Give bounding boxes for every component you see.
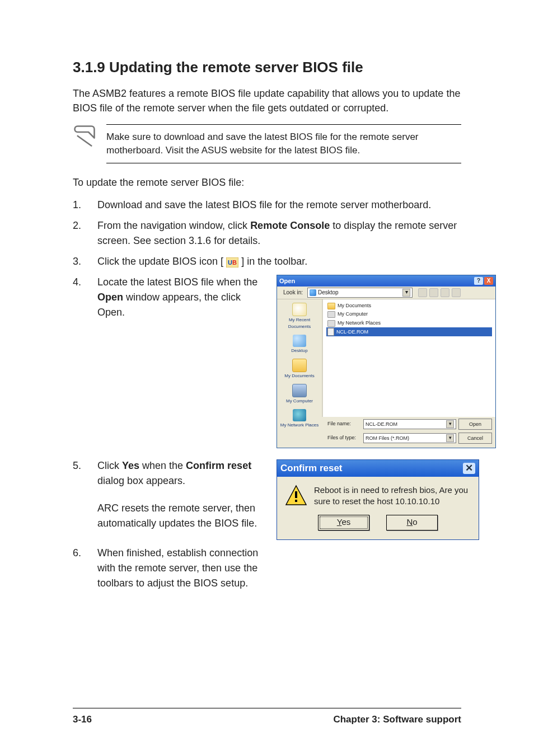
warning-icon: [285, 485, 307, 507]
file-name-label: File name:: [327, 420, 361, 428]
desktop-icon: [310, 289, 316, 296]
page-number: 3-16: [73, 714, 92, 725]
places-network[interactable]: My Network Places: [279, 408, 320, 431]
new-folder-icon[interactable]: [441, 288, 449, 297]
open-dialog-title: Open: [279, 276, 473, 286]
places-documents[interactable]: My Documents: [283, 358, 315, 382]
confirm-dialog-titlebar[interactable]: Confirm reset ✕: [277, 460, 479, 477]
no-button[interactable]: No: [386, 515, 438, 530]
open-dialog: Open ? X Look in: Desktop ▾: [277, 275, 496, 448]
file-name-input[interactable]: NCL-DE.ROM ▾: [363, 419, 456, 429]
note-text: Make sure to download and save the lates…: [106, 124, 461, 163]
lead-in: To update the remote server BIOS file:: [73, 177, 461, 189]
places-computer[interactable]: My Computer: [285, 383, 314, 407]
page-footer: 3-16 Chapter 3: Software support: [73, 708, 461, 725]
open-dialog-toolbar: Look in: Desktop ▾: [277, 287, 495, 299]
step-6: 6. When finished, establish connection w…: [73, 546, 461, 591]
network-small-icon: [327, 320, 335, 327]
file-list[interactable]: My Documents My Computer My Network Plac…: [322, 299, 495, 417]
cancel-button[interactable]: Cancel: [458, 433, 492, 444]
open-button[interactable]: Open: [458, 419, 492, 430]
views-icon[interactable]: [452, 288, 461, 297]
svg-text:U: U: [228, 259, 232, 266]
computer-small-icon: [327, 311, 335, 318]
steps-list: 1. Download and save the latest BIOS fil…: [73, 198, 461, 591]
help-icon[interactable]: ?: [474, 277, 483, 285]
network-icon: [293, 409, 306, 421]
svg-text:B: B: [232, 259, 237, 266]
chapter-label: Chapter 3: Software support: [333, 714, 461, 725]
desktop-place-icon: [293, 335, 306, 347]
documents-icon: [292, 359, 307, 372]
look-in-label: Look in:: [280, 288, 305, 297]
list-item-selected[interactable]: NCL-DE.ROM: [326, 327, 492, 336]
svg-rect-5: [295, 500, 297, 502]
open-dialog-titlebar[interactable]: Open ? X: [277, 275, 495, 287]
note-block: Make sure to download and save the lates…: [73, 124, 461, 163]
file-icon: [327, 328, 334, 336]
list-item[interactable]: My Documents: [326, 302, 492, 311]
recent-icon: [292, 303, 307, 316]
step-5: 5. Click Yes when the Confirm reset dial…: [73, 458, 461, 541]
folder-icon: [327, 303, 335, 309]
step-3: 3. Click the update BIOS icon [ U B ] in…: [73, 254, 461, 269]
places-recent[interactable]: My Recent Documents: [277, 302, 322, 332]
places-bar: My Recent Documents Desktop My Documents: [277, 299, 322, 417]
yes-button[interactable]: Yes: [318, 515, 369, 530]
section-heading: 3.1.9 Updating the remote server BIOS fi…: [73, 59, 461, 76]
confirm-message: Reboot is in need to refresh bios, Are y…: [314, 485, 471, 508]
svg-rect-4: [295, 491, 297, 498]
file-type-label: Files of type:: [327, 434, 361, 442]
chevron-down-icon[interactable]: ▾: [446, 420, 454, 428]
chevron-down-icon[interactable]: ▾: [402, 289, 410, 297]
list-item[interactable]: My Computer: [326, 310, 492, 319]
file-type-select[interactable]: ROM Files (*.ROM) ▾: [363, 433, 456, 443]
close-icon[interactable]: ✕: [463, 463, 475, 474]
intro-paragraph: The ASMB2 features a remote BIOS file up…: [73, 86, 461, 115]
list-item[interactable]: My Network Places: [326, 319, 492, 328]
up-one-level-icon[interactable]: [429, 288, 438, 297]
step-2: 2. From the navigation window, click Rem…: [73, 218, 461, 248]
chevron-down-icon[interactable]: ▾: [446, 434, 454, 442]
look-in-select[interactable]: Desktop ▾: [307, 288, 413, 298]
look-in-value: Desktop: [318, 288, 339, 297]
manual-page: 3.1.9 Updating the remote server BIOS fi…: [0, 0, 534, 756]
confirm-dialog-title: Confirm reset: [280, 461, 463, 476]
back-icon[interactable]: [418, 288, 427, 297]
step-4: 4. Locate the latest BIOS file when the …: [73, 275, 461, 448]
note-icon: [73, 124, 96, 148]
computer-icon: [292, 384, 307, 397]
step-1: 1. Download and save the latest BIOS fil…: [73, 198, 461, 213]
update-bios-icon: U B: [226, 257, 238, 267]
places-desktop[interactable]: Desktop: [290, 334, 308, 356]
close-icon[interactable]: X: [484, 277, 493, 285]
confirm-reset-dialog: Confirm reset ✕: [277, 459, 479, 541]
